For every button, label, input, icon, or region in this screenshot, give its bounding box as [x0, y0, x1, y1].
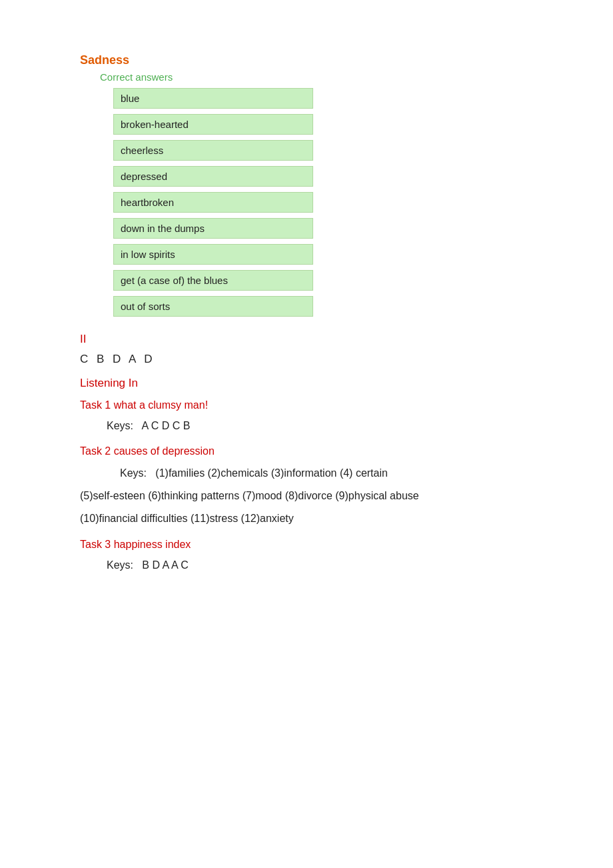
answer-box-4: heartbroken [113, 192, 313, 213]
sadness-title: Sadness [80, 53, 546, 67]
answer-box-0: blue [113, 88, 313, 109]
task1-block: Task 1 what a clumsy man! Keys: A C D C … [80, 399, 546, 436]
answer-box-3: depressed [113, 166, 313, 187]
task2-keys-line2: (5)self-esteen (6)thinking patterns (7)m… [80, 490, 419, 501]
answer-boxes-container: bluebroken-heartedcheerlessdepressedhear… [80, 88, 546, 317]
answer-box-6: in low spirits [113, 244, 313, 265]
task2-keys-line1: (1)families (2)chemicals (3)information … [155, 467, 388, 479]
correct-answers-label: Correct answers [100, 71, 546, 83]
task2-keys-line3: (10)financial difficulties (11)stress (1… [80, 513, 294, 524]
task2-keys-label: Keys: [120, 467, 147, 479]
task1-keys-label: Keys: [107, 420, 133, 431]
answer-box-8: out of sorts [113, 296, 313, 317]
task3-label: Task 3 happiness index [80, 539, 546, 551]
section-ii-choices: C B D A D [80, 353, 546, 366]
section-ii: II C B D A D [80, 333, 546, 366]
listening-in-section: Listening In Task 1 what a clumsy man! K… [80, 377, 546, 575]
task2-label: Task 2 causes of depression [80, 445, 546, 457]
task3-block: Task 3 happiness index Keys: B D A A C [80, 539, 546, 575]
answer-box-7: get (a case of) the blues [113, 270, 313, 291]
sadness-section: Sadness Correct answers bluebroken-heart… [80, 53, 546, 317]
task1-label: Task 1 what a clumsy man! [80, 399, 546, 411]
task3-keys: Keys: B D A A C [107, 556, 546, 575]
task3-keys-values: B D A A C [142, 559, 188, 571]
task3-keys-label: Keys: [107, 559, 133, 571]
answer-box-1: broken-hearted [113, 114, 313, 135]
answer-box-5: down in the dumps [113, 218, 313, 239]
task1-keys-values: A C D C B [141, 420, 190, 431]
listening-in-heading: Listening In [80, 377, 546, 390]
task2-block: Task 2 causes of depression Keys: (1)fam… [80, 445, 546, 529]
roman-numeral: II [80, 333, 546, 346]
answer-box-2: cheerless [113, 140, 313, 161]
task1-keys: Keys: A C D C B [107, 417, 546, 436]
